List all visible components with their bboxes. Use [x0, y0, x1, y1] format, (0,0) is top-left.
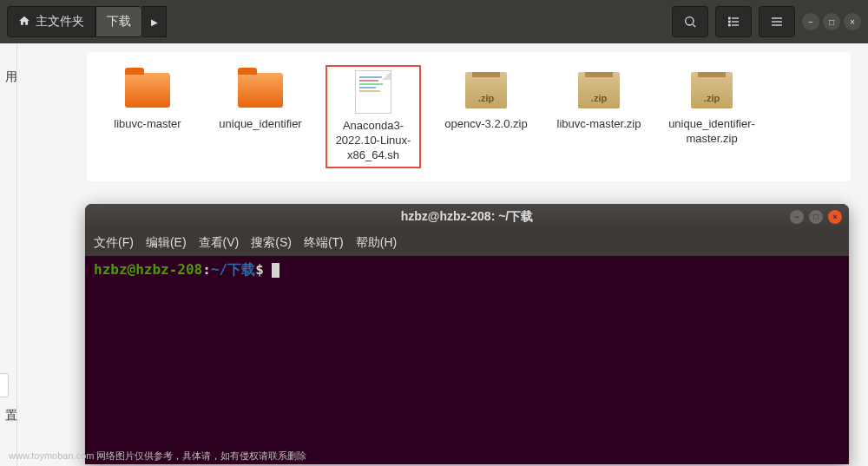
- breadcrumb-home-label: 主文件夹: [36, 14, 84, 30]
- file-label: unique_identifier: [219, 117, 301, 132]
- file-item-folder[interactable]: unique_identifier: [213, 65, 308, 168]
- breadcrumb: 主文件夹 下载 ▶: [7, 0, 167, 43]
- zip-icon: .zip: [573, 69, 625, 112]
- svg-rect-3: [728, 21, 731, 23]
- svg-rect-9: [772, 21, 782, 22]
- svg-rect-10: [772, 24, 782, 25]
- menu-terminal[interactable]: 终端(T): [304, 235, 344, 251]
- svg-rect-2: [728, 17, 731, 20]
- toolbar-right: − □ ×: [672, 6, 861, 37]
- breadcrumb-current[interactable]: 下载: [95, 6, 142, 37]
- svg-rect-8: [772, 17, 782, 18]
- zip-icon: .zip: [686, 69, 738, 112]
- view-mode-button[interactable]: [715, 6, 752, 37]
- sidebar-text-1: 用: [5, 69, 17, 85]
- file-grid: libuvc-master unique_identifier Anaconda…: [87, 52, 851, 181]
- breadcrumb-home[interactable]: 主文件夹: [7, 6, 95, 37]
- folder-icon: [234, 69, 286, 112]
- file-manager-toolbar: 主文件夹 下载 ▶ − □ ×: [0, 0, 868, 43]
- terminal-maximize-button[interactable]: □: [809, 210, 823, 224]
- svg-rect-5: [732, 17, 739, 18]
- terminal-titlebar[interactable]: hzbz@hzbz-208: ~/下载 − □ ×: [85, 204, 849, 230]
- close-button[interactable]: ×: [844, 13, 861, 30]
- terminal-title: hzbz@hzbz-208: ~/下载: [401, 209, 534, 225]
- file-label: unique_identifier-master.zip: [667, 117, 756, 147]
- svg-rect-4: [728, 24, 731, 27]
- file-label: libuvc-master.zip: [557, 117, 641, 132]
- prompt-path: ~/下载: [211, 261, 255, 278]
- text-file-icon: [347, 70, 399, 114]
- prompt-symbol: $: [255, 261, 264, 278]
- svg-line-1: [693, 24, 695, 27]
- svg-rect-7: [732, 24, 739, 25]
- file-label: opencv-3.2.0.zip: [444, 117, 527, 132]
- watermark-text: www.toymoban.com 网络图片仅供参考，具体请，如有侵权请联系删除: [9, 450, 306, 463]
- terminal-close-button[interactable]: ×: [828, 210, 842, 224]
- terminal-window: hzbz@hzbz-208: ~/下载 − □ × 文件(F) 编辑(E) 查看…: [85, 204, 849, 464]
- file-label: Anaconda3-2022.10-Linux-x86_64.sh: [331, 119, 416, 163]
- menu-button[interactable]: [759, 6, 795, 37]
- sidebar-text-2: 置: [5, 408, 17, 423]
- svg-rect-6: [732, 21, 739, 22]
- menu-search[interactable]: 搜索(S): [251, 235, 292, 251]
- search-button[interactable]: [672, 6, 708, 37]
- minimize-button[interactable]: −: [802, 13, 819, 30]
- file-item-folder[interactable]: libuvc-master: [100, 65, 195, 168]
- menu-edit[interactable]: 编辑(E): [146, 235, 187, 251]
- prompt-user-host: hzbz@hzbz-208: [94, 261, 202, 278]
- file-item-zip[interactable]: .zip opencv-3.2.0.zip: [438, 65, 534, 168]
- breadcrumb-current-label: 下载: [107, 14, 131, 30]
- file-item-script[interactable]: Anaconda3-2022.10-Linux-x86_64.sh: [326, 65, 421, 168]
- window-controls: − □ ×: [802, 13, 861, 30]
- menu-file[interactable]: 文件(F): [94, 235, 134, 251]
- terminal-minimize-button[interactable]: −: [790, 210, 804, 224]
- breadcrumb-forward[interactable]: ▶: [142, 6, 167, 37]
- file-item-zip[interactable]: .zip libuvc-master.zip: [551, 65, 647, 168]
- terminal-menubar: 文件(F) 编辑(E) 查看(V) 搜索(S) 终端(T) 帮助(H): [85, 230, 849, 256]
- folder-icon: [122, 69, 174, 112]
- menu-help[interactable]: 帮助(H): [356, 235, 397, 251]
- prompt-colon: :: [202, 261, 211, 278]
- sidebar-fragment: 用 置: [0, 43, 17, 466]
- terminal-cursor: [272, 263, 279, 278]
- zip-icon: .zip: [460, 69, 512, 112]
- file-label: libuvc-master: [114, 117, 181, 132]
- file-item-zip[interactable]: .zip unique_identifier-master.zip: [664, 65, 760, 168]
- maximize-button[interactable]: □: [823, 13, 840, 30]
- menu-view[interactable]: 查看(V): [199, 235, 240, 251]
- home-icon: [18, 15, 30, 30]
- terminal-window-controls: − □ ×: [790, 210, 842, 224]
- svg-point-0: [686, 17, 694, 25]
- eject-button[interactable]: [0, 373, 9, 397]
- terminal-body[interactable]: hzbz@hzbz-208:~/下载$: [85, 256, 849, 285]
